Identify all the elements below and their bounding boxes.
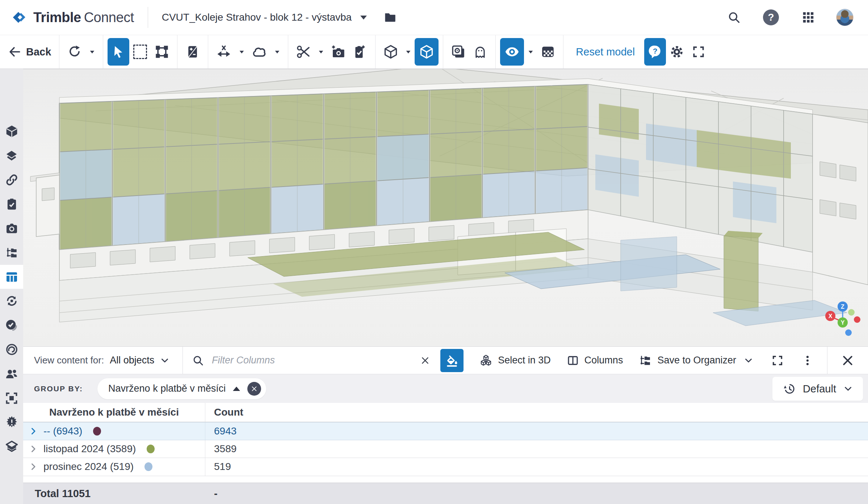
reset-model-link[interactable]: Reset model: [576, 46, 635, 58]
folder-icon[interactable]: [383, 11, 397, 24]
panel-fullscreen-button[interactable]: [771, 354, 784, 367]
measure-dropdown-caret-icon[interactable]: [235, 49, 248, 55]
sidebar-item-todos[interactable]: [0, 192, 23, 216]
building-model: [23, 69, 868, 346]
model-viewport[interactable]: X Z Y: [23, 69, 868, 346]
filter-columns-input[interactable]: [212, 355, 414, 366]
view-cube-button[interactable]: [380, 38, 402, 66]
sidebar-item-camera[interactable]: [0, 216, 23, 241]
sidebar-item-approvals[interactable]: [0, 313, 23, 337]
table-row[interactable]: prosinec 2024 (519) 519: [23, 458, 868, 476]
left-sidebar: [0, 69, 23, 504]
clear-filter-icon[interactable]: [414, 355, 437, 366]
project-name[interactable]: CVUT_Koleje Strahov - blok 12 - výstavba: [162, 12, 352, 23]
group-color-dot: [93, 427, 101, 436]
group-by-chip[interactable]: Navrženo k platbě v měsíci: [97, 378, 266, 399]
snapshot-views-button[interactable]: [448, 38, 469, 66]
chevron-down-icon: [744, 356, 753, 365]
toolbar-help-button[interactable]: [644, 38, 666, 66]
invert-selection-button[interactable]: [182, 38, 204, 66]
sidebar-item-assemblies[interactable]: [0, 434, 23, 459]
sidebar-item-links[interactable]: [0, 168, 23, 192]
sidebar-item-selection[interactable]: [0, 386, 23, 410]
panel-more-button[interactable]: [802, 355, 813, 366]
view-content-value: All objects: [110, 355, 154, 366]
transform-select-button[interactable]: [151, 38, 173, 66]
search-icon[interactable]: [727, 11, 741, 24]
section-dropdown-caret-icon[interactable]: [314, 49, 327, 55]
columns-icon: [567, 354, 579, 367]
sidebar-item-models[interactable]: [0, 119, 23, 143]
gizmo-y-label: Y: [841, 320, 845, 326]
redo-dropdown-caret-icon[interactable]: [85, 49, 98, 55]
group-color-dot: [144, 462, 152, 471]
select-cursor-button[interactable]: [108, 38, 129, 66]
group-label: -- (6943): [43, 425, 82, 437]
screenshot-button[interactable]: [327, 38, 349, 66]
expand-chevron-icon[interactable]: [29, 445, 38, 453]
group-label: prosinec 2024 (519): [43, 461, 134, 472]
back-button[interactable]: Back: [9, 46, 51, 58]
select-in-3d-button[interactable]: Select in 3D: [479, 354, 551, 367]
column-header-group[interactable]: Navrženo k platbě v měsíci: [23, 403, 205, 422]
group-color-dot: [147, 445, 155, 453]
trimble-logo-icon: [11, 9, 28, 26]
sidebar-item-layers[interactable]: [0, 143, 23, 168]
expand-chevron-icon[interactable]: [29, 462, 38, 471]
sidebar-item-data-table[interactable]: [0, 265, 23, 289]
sidebar-item-clash[interactable]: [0, 410, 23, 434]
group-table: Navrženo k platbě v měsíci Count -- (694…: [23, 403, 868, 504]
group-count: 519: [205, 461, 231, 472]
sidebar-item-viewer[interactable]: [0, 337, 23, 362]
marquee-select-button[interactable]: [129, 38, 151, 66]
help-icon[interactable]: ?: [763, 9, 779, 25]
ghost-mode-button[interactable]: [469, 38, 491, 66]
sidebar-item-sync[interactable]: [0, 289, 23, 313]
table-total-row: Total 11051 -: [23, 483, 868, 504]
preset-value: Default: [803, 383, 836, 395]
apps-grid-icon[interactable]: [801, 11, 815, 24]
select-in-3d-icon: [479, 354, 492, 367]
group-by-chip-label: Navrženo k platbě v měsíci: [108, 383, 226, 394]
fullscreen-button[interactable]: [688, 38, 709, 66]
paint-bucket-button[interactable]: [440, 349, 464, 372]
settings-button[interactable]: [666, 38, 688, 66]
total-count: -: [205, 483, 218, 504]
save-to-organizer-button[interactable]: Save to Organizer: [639, 354, 753, 367]
organizer-icon: [639, 354, 652, 367]
visibility-dropdown-caret-icon[interactable]: [524, 49, 537, 55]
viewer-toolbar: Back Reset model: [0, 35, 868, 69]
save-to-organizer-label: Save to Organizer: [657, 355, 736, 366]
visibility-button[interactable]: [500, 38, 524, 66]
columns-button[interactable]: Columns: [567, 354, 623, 367]
table-row[interactable]: listopad 2024 (3589) 3589: [23, 440, 868, 458]
view-content-dropdown[interactable]: All objects: [110, 355, 169, 366]
panel-close-button[interactable]: [827, 354, 868, 367]
table-row[interactable]: -- (6943) 6943: [23, 422, 868, 440]
navigation-gizmo[interactable]: X Z Y: [822, 299, 866, 343]
avatar[interactable]: [836, 9, 854, 26]
total-label: Total 11051: [23, 483, 205, 504]
measure-button[interactable]: [213, 38, 235, 66]
collapse-caret-icon[interactable]: [233, 387, 240, 391]
markup-cloud-button[interactable]: [248, 38, 271, 66]
expand-chevron-icon[interactable]: [29, 427, 38, 436]
gizmo-neg-x-dot: [854, 316, 860, 323]
markup-dropdown-caret-icon[interactable]: [271, 49, 284, 55]
grid-button[interactable]: [537, 38, 559, 66]
sidebar-item-team[interactable]: [0, 362, 23, 386]
solid-mode-button[interactable]: [415, 38, 439, 66]
panel-toolbar: View content for: All objects Select in …: [23, 346, 868, 374]
section-button[interactable]: [293, 38, 314, 66]
group-count: 3589: [205, 443, 236, 455]
select-in-3d-label: Select in 3D: [498, 355, 551, 366]
create-todo-button[interactable]: [349, 38, 371, 66]
view-dropdown-caret-icon[interactable]: [402, 49, 415, 55]
column-header-count[interactable]: Count: [205, 407, 243, 418]
remove-group-icon[interactable]: [247, 382, 261, 396]
sidebar-item-organizer[interactable]: [0, 241, 23, 265]
redo-button[interactable]: [64, 38, 85, 66]
preset-dropdown[interactable]: Default: [772, 377, 863, 401]
view-content-label: View content for:: [34, 355, 104, 366]
project-caret-icon[interactable]: [360, 16, 367, 20]
